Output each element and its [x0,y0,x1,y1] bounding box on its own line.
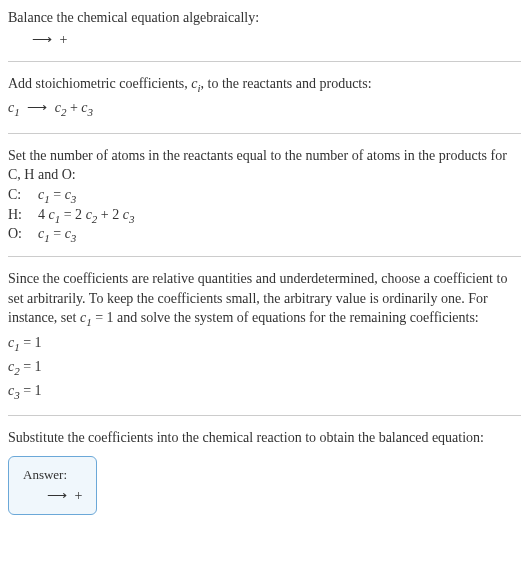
divider [8,61,521,62]
intro-text: Balance the chemical equation algebraica… [8,8,521,28]
coeff-c2: c2 = 1 [8,357,521,379]
substitute-text: Substitute the coefficients into the che… [8,428,521,448]
answer-equation: ⟶ + [23,487,82,504]
equation-row-o: O: c1 = c3 [8,226,521,244]
solve-text: Since the coefficients are relative quan… [8,269,521,330]
coeff-c1: c1 = 1 [8,333,521,355]
answer-label: Answer: [23,467,82,483]
answer-box: Answer: ⟶ + [8,456,97,515]
arrow-icon: ⟶ [47,487,67,504]
section-solve: Since the coefficients are relative quan… [8,269,521,403]
section-substitute: Substitute the coefficients into the che… [8,428,521,515]
arrow-icon: ⟶ [27,98,47,118]
section-stoichiometric: Add stoichiometric coefficients, ci, to … [8,74,521,120]
equation-row-h: H: 4 c1 = 2 c2 + 2 c3 [8,207,521,225]
divider [8,415,521,416]
stoich-equation: c1 ⟶ c2 + c3 [8,98,521,120]
intro-equation: ⟶ + [8,30,521,50]
section-balance-intro: Balance the chemical equation algebraica… [8,8,521,49]
divider [8,133,521,134]
section-atom-balance: Set the number of atoms in the reactants… [8,146,521,245]
stoich-text: Add stoichiometric coefficients, ci, to … [8,74,521,96]
equation-row-c: C: c1 = c3 [8,187,521,205]
atom-balance-text: Set the number of atoms in the reactants… [8,146,521,185]
coeff-c3: c3 = 1 [8,381,521,403]
plus-text: + [75,488,83,503]
arrow-icon: ⟶ [32,30,52,50]
plus-text: + [60,32,68,47]
divider [8,256,521,257]
